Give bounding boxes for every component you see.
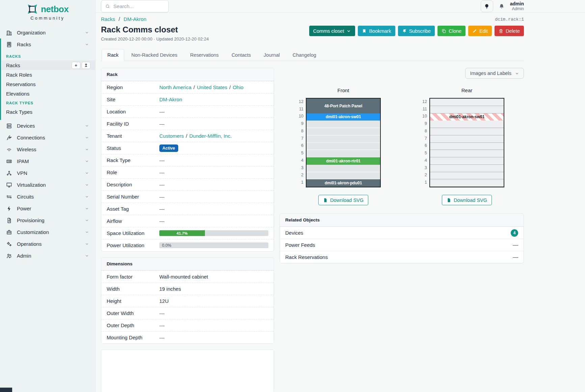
theme-toggle-button[interactable] — [481, 0, 493, 12]
tab-reservations[interactable]: Reservations — [184, 49, 224, 61]
clone-button[interactable]: Clone — [437, 26, 466, 36]
breadcrumb-racks[interactable]: Racks — [101, 16, 115, 22]
panel-title: Dimensions — [101, 258, 274, 270]
tab-journal[interactable]: Journal — [258, 49, 286, 61]
panel-title: Rack — [101, 68, 274, 81]
bookmark-icon — [362, 29, 367, 33]
brand-logo[interactable]: netbox Community — [0, 0, 95, 23]
tab-contacts[interactable]: Contacts — [226, 49, 257, 61]
submenu-heading-rack-types: RACK TYPES — [1, 98, 95, 107]
tab-changelog[interactable]: Changelog — [287, 49, 322, 61]
page-title: Rack Comms closet — [101, 25, 209, 34]
sidebar-group-racks: Racks RACKS Racks + ↥ Rack Roles Reserva… — [0, 38, 95, 120]
sidebar-item-virtualization[interactable]: Virtualization — [0, 179, 95, 191]
search-icon — [105, 4, 110, 9]
device-router[interactable]: dmi01-akron-rtr01 — [307, 157, 380, 165]
chevron-down-icon — [85, 124, 89, 128]
sidebar-item-customization[interactable]: Customization — [0, 226, 95, 238]
brand-subtitle: Community — [0, 16, 95, 21]
sidebar-item-operations[interactable]: Operations — [0, 238, 95, 250]
server-icon — [6, 123, 12, 129]
tenant-link[interactable]: Dunder-Mifflin, Inc. — [189, 133, 232, 139]
sidebar-item-racks[interactable]: Racks — [1, 38, 95, 50]
empty-slot — [430, 172, 504, 180]
network-icon — [6, 170, 12, 176]
chevron-down-icon — [85, 194, 89, 199]
user-menu[interactable]: admin Admin — [510, 1, 524, 12]
copy-icon — [442, 29, 446, 33]
group-dropdown-button[interactable]: Comms closet — [309, 26, 355, 36]
sidebar-subitem-reservations[interactable]: Reservations — [1, 79, 95, 89]
empty-slot — [430, 106, 504, 113]
add-button[interactable]: + — [72, 62, 80, 69]
region-link[interactable]: United States — [197, 84, 227, 90]
users-icon — [6, 253, 12, 259]
user-role: Admin — [510, 6, 524, 11]
import-button[interactable]: ↥ — [82, 62, 90, 69]
notifications-button[interactable] — [499, 3, 505, 9]
tenant-value: Customers / Dunder-Mifflin, Inc. — [159, 133, 268, 139]
sidebar-item-vpn[interactable]: VPN — [0, 167, 95, 179]
sidebar-item-power[interactable]: Power — [0, 203, 95, 214]
related-row-devices[interactable]: Devices 4 — [280, 227, 524, 239]
sidebar-item-provisioning[interactable]: Provisioning — [0, 214, 95, 226]
site-link[interactable]: DM-Akron — [159, 97, 182, 102]
object-identifier: dcim.rack:1 — [495, 17, 524, 22]
download-svg-rear-button[interactable]: Download SVG — [442, 195, 492, 205]
empty-slot — [430, 99, 504, 106]
related-row-rack-reservations[interactable]: Rack Reservations — — [280, 251, 524, 263]
chevron-down-icon — [85, 42, 89, 47]
object-tabs: Rack Non-Racked Devices Reservations Con… — [101, 49, 524, 61]
sidebar-subitem-racks[interactable]: Racks + ↥ — [1, 60, 95, 70]
region-link[interactable]: Ohio — [233, 84, 243, 90]
bell-plus-icon — [402, 29, 407, 33]
power-utilization-bar: 0.0% — [159, 242, 268, 248]
device-switch[interactable]: dmi01-akron-sw01 — [307, 113, 380, 121]
sidebar-subitem-rack-roles[interactable]: Rack Roles — [1, 70, 95, 79]
chevron-down-icon — [85, 206, 89, 211]
related-objects-panel: Related Objects Devices 4 Power Feeds — … — [280, 213, 524, 263]
user-name: admin — [510, 1, 524, 7]
sidebar-subitem-rack-types[interactable]: Rack Types — [1, 107, 95, 116]
search-input[interactable] — [113, 3, 164, 9]
elevation-view-select[interactable]: Images and Labels — [465, 68, 524, 79]
device-switch-rear[interactable]: dmi01-akron-sw01 — [430, 113, 504, 121]
edit-button[interactable]: Edit — [468, 26, 492, 36]
tenant-group-link[interactable]: Customers — [159, 133, 184, 139]
sidebar-item-circuits[interactable]: Circuits — [0, 191, 95, 203]
document-icon — [6, 217, 12, 224]
sidebar-item-wireless[interactable]: Wireless — [0, 143, 95, 155]
dimensions-panel: Dimensions Form factor Wall-mounted cabi… — [101, 257, 274, 344]
tab-rack[interactable]: Rack — [102, 49, 124, 61]
tab-non-racked-devices[interactable]: Non-Racked Devices — [126, 49, 183, 61]
sidebar-item-devices[interactable]: Devices — [0, 120, 95, 132]
topbar: admin Admin — [96, 0, 585, 13]
sidebar-item-admin[interactable]: Admin — [0, 250, 95, 262]
device-pdu[interactable]: dmi01-akron-pdu01 — [307, 179, 380, 187]
device-patch-panel[interactable]: 48-Port Patch Panel — [307, 99, 380, 113]
netbox-logo-icon — [27, 3, 38, 15]
main-area: admin Admin Racks / DM-Akron dcim.rack:1… — [96, 0, 585, 392]
bookmark-button[interactable]: Bookmark — [358, 26, 395, 36]
related-row-power-feeds[interactable]: Power Feeds — — [280, 239, 524, 251]
delete-button[interactable]: Delete — [495, 26, 524, 36]
rear-elevation: Rear 1211 109 87 65 43 21 — [421, 87, 504, 205]
download-svg-front-button[interactable]: Download SVG — [318, 195, 368, 205]
rack-elevations: Front 1211 109 87 65 43 21 — [280, 79, 524, 205]
subscribe-button[interactable]: Subscribe — [398, 26, 435, 36]
chevron-down-icon — [85, 242, 89, 246]
empty-slot — [430, 128, 504, 135]
breadcrumb-site[interactable]: DM-Akron — [124, 16, 147, 22]
plus-icon: + — [75, 63, 77, 68]
region-link[interactable]: North America — [159, 84, 191, 90]
sidebar-item-connections[interactable]: Connections — [0, 132, 95, 143]
sidebar-subitem-elevations[interactable]: Elevations — [1, 89, 95, 98]
racks-submenu: RACKS Racks + ↥ Rack Roles Reservations … — [1, 50, 95, 120]
empty-slot — [430, 135, 504, 143]
submenu-heading-racks: RACKS — [1, 52, 95, 60]
breadcrumb: Racks / DM-Akron — [101, 16, 147, 22]
empty-slot — [430, 165, 504, 172]
space-utilization-bar: 41.7% — [159, 230, 268, 236]
sidebar-item-ipam[interactable]: IPAM — [0, 155, 95, 167]
sidebar-item-organization[interactable]: Organization — [0, 27, 95, 38]
